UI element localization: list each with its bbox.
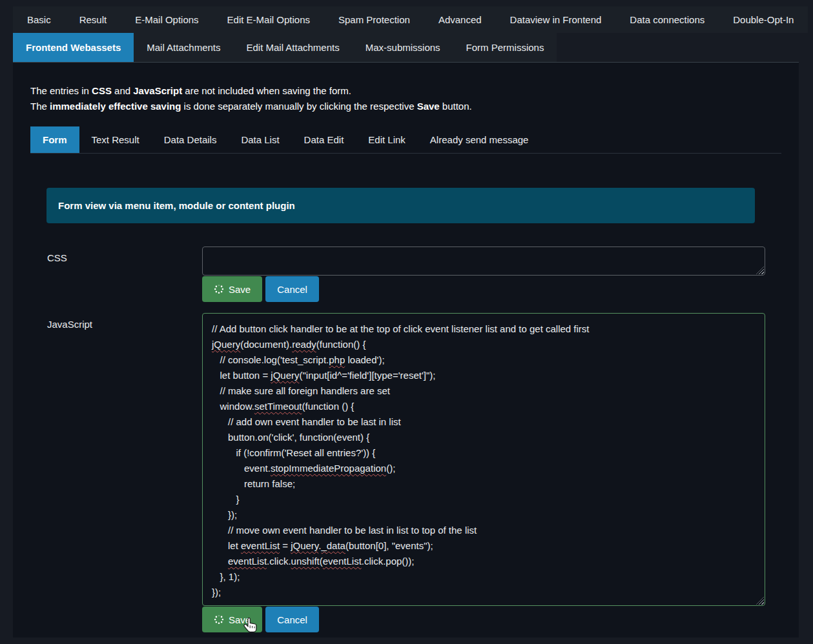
main-tabs-row-2: Frontend WebassetsMail AttachmentsEdit M… (13, 33, 799, 62)
code-line: // make sure all foreign handlers are se… (212, 383, 756, 399)
sub-tabs: FormText ResultData DetailsData ListData… (30, 126, 781, 154)
css-form-row: CSS (30, 247, 781, 302)
tab-dataview-in-frontend[interactable]: Dataview in Frontend (496, 6, 616, 33)
tab-mail-attachments[interactable]: Mail Attachments (134, 33, 233, 62)
code-line: }, 1); (212, 569, 756, 585)
js-cancel-button[interactable]: Cancel (265, 607, 319, 632)
info-notes: The entries in CSS and JavaScript are no… (30, 83, 781, 114)
code-line: let button = jQuery("input[id^='field'][… (212, 368, 756, 383)
tab-max-submissions[interactable]: Max-submissions (353, 33, 453, 62)
javascript-input[interactable]: // Add button click handler to be at the… (202, 313, 765, 606)
code-line: if (!confirm('Reset all entries?')) { (212, 445, 756, 461)
form-view-banner: Form view via menu item, module or conte… (46, 188, 755, 223)
tab-double-opt-in[interactable]: Double-Opt-In (719, 6, 808, 33)
code-line: jQuery(document).ready(function() { (212, 337, 756, 352)
code-line: // Add button click handler to be at the… (212, 321, 756, 337)
js-save-button[interactable]: Save (202, 607, 262, 632)
code-line: event.stopImmediatePropagation(); (212, 461, 756, 476)
code-line: // move own event handler to be last in … (212, 523, 756, 538)
code-line: button.on('click', function(event) { (212, 430, 756, 445)
tab-advanced[interactable]: Advanced (424, 6, 496, 33)
tab-edit-e-mail-options[interactable]: Edit E-Mail Options (213, 6, 324, 33)
tab-spam-protection[interactable]: Spam Protection (324, 6, 424, 33)
note-line-1: The entries in CSS and JavaScript are no… (30, 83, 781, 99)
content-panel: The entries in CSS and JavaScript are no… (13, 63, 799, 638)
subtab-form[interactable]: Form (30, 126, 79, 153)
spinner-icon (214, 614, 224, 625)
tab-data-connections[interactable]: Data connections (615, 6, 719, 33)
tab-e-mail-options[interactable]: E-Mail Options (121, 6, 212, 33)
code-line: }); (212, 585, 756, 600)
code-line: // console.log('test_script.php loaded')… (212, 352, 756, 368)
js-cancel-label: Cancel (277, 614, 307, 625)
code-line: }); (212, 507, 756, 523)
subtab-edit-link[interactable]: Edit Link (356, 126, 418, 153)
css-input[interactable] (202, 247, 765, 276)
code-line: // add own event handler to be last in l… (212, 414, 756, 430)
tab-result[interactable]: Result (65, 6, 121, 33)
main-tabs-row-1: BasicResultE-Mail OptionsEdit E-Mail Opt… (13, 6, 799, 33)
subtab-already-send-message[interactable]: Already send message (418, 126, 541, 153)
js-save-label: Save (229, 614, 251, 625)
tab-edit-mail-attachments[interactable]: Edit Mail Attachments (233, 33, 352, 62)
css-save-button[interactable]: Save (202, 276, 262, 302)
tab-frontend-webassets[interactable]: Frontend Webassets (13, 33, 134, 62)
spinner-icon (214, 284, 224, 294)
javascript-label: JavaScript (30, 313, 202, 632)
css-label: CSS (30, 247, 202, 302)
banner-text: Form view via menu item, module or conte… (58, 200, 295, 211)
subtab-text-result[interactable]: Text Result (79, 126, 152, 153)
subtab-data-list[interactable]: Data List (229, 126, 291, 153)
code-line: let eventList = jQuery._data(button[0], … (212, 538, 756, 554)
css-cancel-label: Cancel (277, 284, 307, 295)
code-line: window.setTimeout(function () { (212, 399, 756, 414)
javascript-form-row: JavaScript // Add button click handler t… (30, 313, 781, 632)
tab-form-permissions[interactable]: Form Permissions (453, 33, 557, 62)
code-line: eventList.click.unshift(eventList.click.… (212, 554, 756, 569)
subtab-data-edit[interactable]: Data Edit (292, 126, 356, 153)
subtab-data-details[interactable]: Data Details (152, 126, 229, 153)
tab-basic[interactable]: Basic (13, 6, 65, 33)
note-line-2: The immediately effective saving is done… (30, 99, 781, 114)
code-line: } (212, 492, 756, 507)
css-cancel-button[interactable]: Cancel (265, 276, 319, 302)
header-tabs: BasicResultE-Mail OptionsEdit E-Mail Opt… (13, 0, 799, 63)
code-line: return false; (212, 476, 756, 492)
css-save-label: Save (229, 284, 251, 295)
